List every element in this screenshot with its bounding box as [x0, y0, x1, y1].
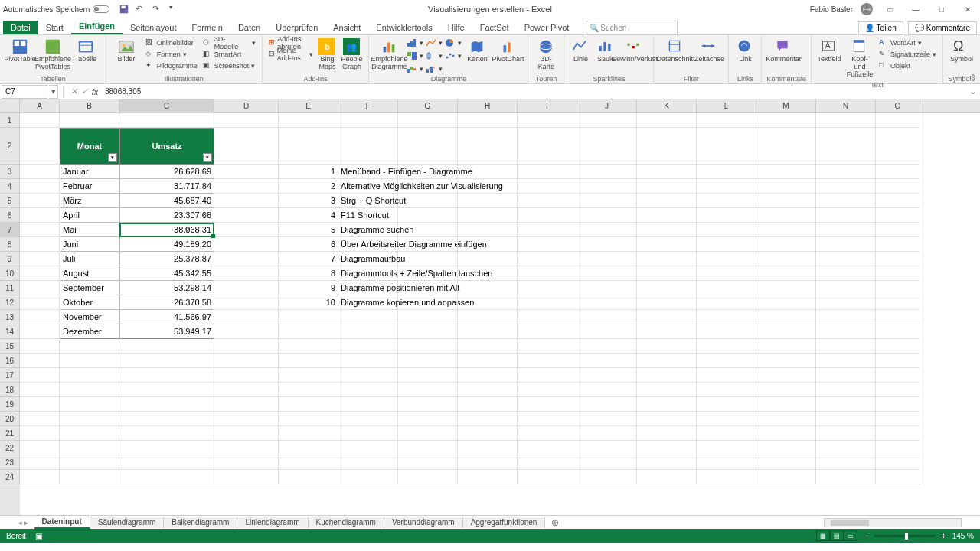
cell[interactable]: Juni — [60, 237, 119, 252]
cell[interactable] — [279, 128, 338, 165]
cell[interactable] — [577, 310, 637, 324]
cell[interactable] — [697, 179, 756, 194]
horizontal-scrollbar[interactable] — [824, 518, 962, 527]
cell[interactable] — [398, 426, 458, 441]
sheet-tab-balkendiagramm[interactable]: Balkendiagramm — [164, 517, 237, 528]
cell[interactable] — [398, 208, 458, 223]
col-header-b[interactable]: B — [60, 99, 119, 112]
page-break-icon[interactable]: ▭ — [844, 530, 858, 541]
cell[interactable] — [577, 295, 637, 310]
cell[interactable] — [876, 237, 920, 252]
cell[interactable] — [577, 455, 637, 470]
cell[interactable] — [60, 426, 119, 441]
cell[interactable] — [697, 295, 756, 310]
cell[interactable] — [577, 368, 637, 383]
cell[interactable] — [876, 194, 920, 208]
cell[interactable] — [518, 252, 577, 266]
cell[interactable]: 10 — [279, 295, 338, 310]
signaturzeile-button[interactable]: ✎Signaturzeile ▾ — [877, 48, 938, 60]
zoom-out-icon[interactable]: − — [864, 532, 868, 540]
smartart-button[interactable]: ◧SmartArt — [201, 48, 257, 60]
cell[interactable] — [697, 208, 756, 223]
cell[interactable] — [214, 295, 279, 310]
cell[interactable] — [119, 368, 214, 383]
cell[interactable] — [458, 252, 518, 266]
cell[interactable]: September — [60, 281, 119, 295]
col-header-f[interactable]: F — [338, 99, 398, 112]
cell[interactable] — [816, 324, 876, 339]
col-header-g[interactable]: G — [398, 99, 458, 112]
cell[interactable] — [20, 412, 60, 426]
tab-start[interactable]: Start — [38, 21, 71, 34]
cell[interactable] — [119, 455, 214, 470]
cell[interactable] — [697, 266, 756, 281]
cell[interactable] — [637, 223, 697, 237]
sheet-nav[interactable]: ◂ ▸ — [18, 519, 28, 527]
cell[interactable] — [518, 426, 577, 441]
cell[interactable] — [458, 383, 518, 397]
macro-record-icon[interactable]: ▣ — [35, 532, 42, 540]
cell[interactable] — [398, 354, 458, 368]
datenschnitt-button[interactable]: Datenschnitt — [658, 37, 692, 65]
redo-icon[interactable]: ↷ — [152, 4, 163, 15]
cell[interactable]: Diagramme positionieren mit Alt — [338, 281, 398, 295]
cell[interactable] — [697, 223, 756, 237]
cell[interactable]: Monat▾ — [60, 128, 119, 165]
cell[interactable]: Januar — [60, 165, 119, 179]
wordart-button[interactable]: AWordArt ▾ — [877, 37, 938, 48]
cell[interactable] — [458, 295, 518, 310]
select-all-corner[interactable] — [0, 99, 20, 112]
cell[interactable] — [20, 266, 60, 281]
textfeld-button[interactable]: ATextfeld — [816, 37, 842, 65]
cell[interactable] — [876, 383, 920, 397]
cell[interactable] — [756, 128, 816, 165]
cell[interactable] — [697, 397, 756, 412]
cell[interactable] — [577, 383, 637, 397]
cell[interactable] — [756, 397, 816, 412]
tabelle-button[interactable]: Tabelle — [70, 37, 101, 65]
cell[interactable] — [637, 426, 697, 441]
toggle-switch[interactable] — [93, 5, 109, 13]
stat-chart-icon[interactable]: ▾ — [426, 50, 443, 61]
cell[interactable] — [637, 179, 697, 194]
name-box[interactable]: C7 — [2, 85, 47, 99]
cell[interactable] — [756, 281, 816, 295]
row-header[interactable]: 2 — [0, 128, 20, 165]
cell[interactable] — [20, 426, 60, 441]
cell[interactable] — [398, 113, 458, 128]
cell[interactable] — [876, 281, 920, 295]
cell[interactable] — [876, 412, 920, 426]
cell[interactable] — [398, 310, 458, 324]
cell[interactable] — [518, 470, 577, 484]
cell[interactable] — [876, 426, 920, 441]
row-header[interactable]: 23 — [0, 455, 20, 470]
cell[interactable] — [577, 165, 637, 179]
cell[interactable]: April — [60, 208, 119, 223]
cell[interactable]: Oktober — [60, 295, 119, 310]
cell[interactable] — [697, 310, 756, 324]
cell[interactable] — [697, 368, 756, 383]
cell[interactable] — [119, 412, 214, 426]
cell[interactable] — [60, 455, 119, 470]
cell[interactable] — [756, 179, 816, 194]
cell[interactable] — [214, 266, 279, 281]
cell[interactable] — [637, 165, 697, 179]
cell[interactable] — [518, 368, 577, 383]
cell[interactable] — [214, 397, 279, 412]
tab-hilfe[interactable]: Hilfe — [440, 21, 472, 34]
cell[interactable] — [816, 397, 876, 412]
cell[interactable] — [398, 397, 458, 412]
cell[interactable]: Strg + Q Shortcut — [338, 194, 398, 208]
name-box-dropdown-icon[interactable]: ▾ — [49, 85, 58, 99]
cell[interactable] — [756, 354, 816, 368]
cell[interactable] — [398, 128, 458, 165]
cell[interactable] — [458, 194, 518, 208]
cell[interactable] — [119, 339, 214, 354]
cell[interactable] — [518, 194, 577, 208]
cell[interactable] — [398, 237, 458, 252]
cell[interactable] — [279, 310, 338, 324]
cell[interactable] — [214, 223, 279, 237]
add-sheet-icon[interactable]: ⊕ — [548, 517, 562, 528]
cell[interactable] — [458, 165, 518, 179]
cell[interactable] — [577, 426, 637, 441]
